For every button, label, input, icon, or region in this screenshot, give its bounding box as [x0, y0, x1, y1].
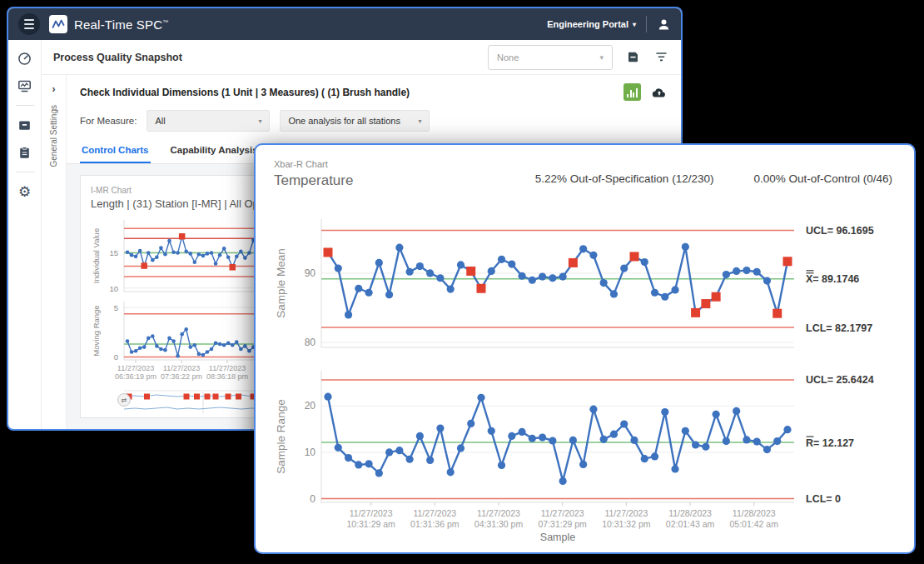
data-point[interactable] [184, 250, 188, 254]
chart-view-button[interactable] [623, 83, 641, 101]
oos-point[interactable] [179, 233, 186, 240]
data-point[interactable] [641, 455, 648, 462]
data-point[interactable] [436, 274, 444, 282]
data-point[interactable] [569, 437, 577, 444]
clipboard-icon[interactable] [15, 142, 35, 162]
data-point[interactable] [151, 334, 155, 338]
data-point[interactable] [235, 340, 239, 344]
data-point[interactable] [355, 285, 362, 292]
data-point[interactable] [508, 261, 515, 268]
data-point[interactable] [345, 454, 352, 462]
data-point[interactable] [218, 342, 222, 347]
oos-point[interactable] [324, 247, 333, 257]
data-point[interactable] [661, 293, 668, 301]
data-point[interactable] [539, 272, 546, 280]
data-point[interactable] [375, 259, 383, 267]
data-point[interactable] [436, 424, 444, 432]
data-point[interactable] [130, 350, 134, 354]
dashboard-gauge-icon[interactable] [15, 48, 35, 68]
data-point[interactable] [773, 437, 781, 445]
data-point[interactable] [488, 267, 495, 275]
data-point[interactable] [201, 254, 206, 258]
data-point[interactable] [345, 311, 352, 318]
data-point[interactable] [193, 260, 197, 264]
data-point[interactable] [176, 354, 180, 358]
data-point[interactable] [155, 255, 159, 259]
data-point[interactable] [783, 426, 791, 433]
data-point[interactable] [180, 332, 184, 337]
data-point[interactable] [539, 434, 546, 442]
data-point[interactable] [188, 345, 192, 349]
data-point[interactable] [457, 444, 464, 452]
data-point[interactable] [477, 394, 484, 402]
data-point[interactable] [589, 252, 597, 259]
data-point[interactable] [682, 427, 689, 435]
data-point[interactable] [155, 344, 159, 348]
data-point[interactable] [335, 444, 342, 452]
oos-point[interactable] [691, 308, 700, 317]
data-point[interactable] [218, 253, 222, 257]
data-point[interactable] [498, 256, 505, 263]
data-point[interactable] [239, 347, 243, 352]
data-point[interactable] [163, 252, 167, 257]
oos-point[interactable] [701, 299, 710, 308]
snapshot-preset-select[interactable]: None ▾ [488, 45, 613, 70]
oos-point[interactable] [141, 262, 147, 269]
data-point[interactable] [138, 346, 142, 350]
data-point[interactable] [406, 268, 414, 276]
data-point[interactable] [426, 457, 434, 464]
data-point[interactable] [201, 353, 206, 357]
data-point[interactable] [743, 436, 750, 443]
xbar-r-chart[interactable]: 9080UCL= 96.1695X= 89.1746LCL= 82.1797Sa… [260, 194, 909, 547]
data-point[interactable] [661, 408, 668, 416]
data-point[interactable] [559, 272, 567, 280]
data-point[interactable] [171, 339, 176, 343]
cloud-export-icon[interactable] [651, 84, 668, 101]
data-point[interactable] [134, 255, 138, 259]
settings-gear-icon[interactable]: ⚙ [15, 182, 35, 202]
data-point[interactable] [324, 393, 331, 401]
data-point[interactable] [167, 337, 171, 341]
tab-capability-analysis[interactable]: Capability Analysis [169, 139, 260, 163]
data-point[interactable] [488, 427, 495, 435]
data-point[interactable] [406, 456, 414, 463]
data-point[interactable] [206, 252, 210, 256]
data-point[interactable] [416, 262, 424, 270]
data-point[interactable] [630, 437, 638, 444]
data-point[interactable] [508, 432, 515, 440]
filter-icon[interactable] [653, 49, 669, 66]
data-point[interactable] [171, 250, 176, 254]
data-point[interactable] [375, 469, 383, 477]
oos-point[interactable] [466, 267, 475, 276]
data-point[interactable] [197, 352, 201, 357]
data-point[interactable] [579, 461, 587, 468]
data-point[interactable] [235, 255, 239, 259]
data-point[interactable] [385, 448, 393, 456]
data-point[interactable] [447, 285, 455, 292]
data-point[interactable] [138, 249, 142, 253]
data-point[interactable] [610, 431, 618, 438]
data-point[interactable] [130, 253, 134, 257]
data-point[interactable] [365, 460, 372, 467]
data-point[interactable] [184, 327, 188, 332]
data-point[interactable] [702, 443, 709, 451]
data-point[interactable] [416, 432, 424, 440]
data-point[interactable] [247, 251, 251, 255]
data-point[interactable] [214, 262, 218, 266]
data-point[interactable] [210, 347, 214, 352]
data-point[interactable] [600, 436, 608, 443]
data-point[interactable] [365, 289, 372, 297]
archive-box-icon[interactable] [15, 115, 35, 135]
navigator-drag-handle-icon[interactable]: ⇄ [117, 393, 131, 407]
data-point[interactable] [518, 272, 525, 280]
data-point[interactable] [335, 265, 342, 272]
data-point[interactable] [188, 252, 192, 256]
data-point[interactable] [651, 452, 658, 460]
oos-point[interactable] [772, 309, 782, 318]
data-point[interactable] [395, 447, 403, 454]
data-point[interactable] [529, 277, 536, 284]
data-point[interactable] [126, 250, 130, 254]
data-point[interactable] [589, 406, 597, 413]
expand-chevron-icon[interactable]: › [52, 83, 56, 95]
oos-point[interactable] [712, 292, 721, 302]
